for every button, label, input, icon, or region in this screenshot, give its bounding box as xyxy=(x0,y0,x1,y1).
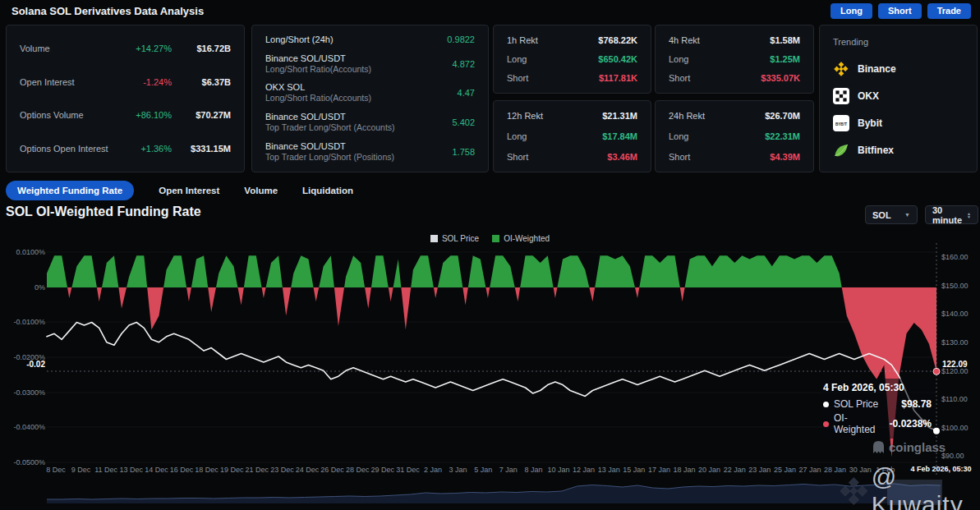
binance-icon xyxy=(833,61,849,77)
tab-volume[interactable]: Volume xyxy=(244,186,278,195)
stat-label: Volume xyxy=(20,44,50,53)
y-right-tick: $150.00 xyxy=(941,282,979,290)
ratio-row: Binance SOL/USDT Top Trader Long/Short (… xyxy=(265,141,475,163)
stat-change: +14.27% xyxy=(136,44,172,53)
tab-liquidation[interactable]: Liquidation xyxy=(302,186,353,195)
stat-label: Open Interest xyxy=(20,77,75,87)
trending-title: Trending xyxy=(833,37,964,47)
section-title: SOL OI-Weighted Funding Rate xyxy=(6,204,201,219)
tab-weighted-funding-rate[interactable]: Weighted Funding Rate xyxy=(6,181,134,200)
rekt-long-value: $22.31M xyxy=(765,131,800,141)
rekt-long-label: Long xyxy=(669,131,688,141)
stepper-arrows-icon: ▲▼ xyxy=(967,212,971,218)
ratio-sublabel: Long/Short Ratio(Accounts) xyxy=(265,64,371,75)
rekt-short-value: $4.39M xyxy=(770,152,800,162)
stat-value: $331.15M xyxy=(172,144,231,154)
rekt-title: 12h Rekt xyxy=(507,111,543,121)
stat-change: -1.24% xyxy=(143,77,172,87)
chart-legend: SOL Price OI-Weighted xyxy=(0,234,980,243)
rekt-short-label: Short xyxy=(507,73,528,83)
rekt-short-label: Short xyxy=(669,152,690,162)
trending-item-bitfinex[interactable]: Bitfinex xyxy=(833,136,964,163)
ratio-sublabel: Top Trader Long/Short (Accounts) xyxy=(265,122,395,133)
y-left-tick: -0.0300% xyxy=(0,388,45,397)
stat-row-options-volume: Options Volume +86.10% $70.27M xyxy=(20,110,231,120)
ratio-value: 4.47 xyxy=(458,88,475,98)
stat-value: $6.37B xyxy=(172,77,231,87)
trending-item-binance[interactable]: Binance xyxy=(833,55,964,82)
author-logo-icon xyxy=(840,475,868,508)
legend-sol-price[interactable]: SOL Price xyxy=(430,234,479,243)
rekt-long-value: $1.25M xyxy=(770,54,800,64)
ratio-row: Binance SOL/USDT Long/Short Ratio(Accoun… xyxy=(265,53,475,75)
header-bar: Solana SOL Derivatives Data Analysis Lon… xyxy=(0,0,980,21)
interval-select[interactable]: 30 minute ▲▼ xyxy=(925,205,978,224)
rekt-card-12h: 12h Rekt$21.31M Long$17.84M Short$3.46M xyxy=(493,100,651,172)
ratio-label: Binance SOL/USDT xyxy=(265,53,371,64)
y-right-tick: $160.00 xyxy=(941,253,979,261)
y-left-tick: 0% xyxy=(0,283,45,292)
rekt-title: 1h Rekt xyxy=(507,35,538,45)
rekt-long-label: Long xyxy=(507,131,527,141)
rekt-long-value: $17.84M xyxy=(602,131,637,141)
short-button[interactable]: Short xyxy=(878,3,922,19)
coinglass-derivatives-dashboard: Solana SOL Derivatives Data Analysis Lon… xyxy=(0,0,980,510)
trending-item-bybit[interactable]: BYB!T Bybit xyxy=(833,109,964,136)
ratio-label: Binance SOL/USDT xyxy=(265,112,395,122)
rekt-short-value: $3.46M xyxy=(607,152,637,162)
rekt-short-value: $335.07K xyxy=(761,73,800,83)
trending-item-okx[interactable]: OKX xyxy=(833,82,964,109)
coinglass-ghost-icon xyxy=(872,440,885,454)
rekt-short-value: $117.81K xyxy=(599,73,637,83)
crosshair-left-value: -0.02 xyxy=(0,360,45,369)
author-watermark: @ Kuwaity xyxy=(840,463,980,510)
stat-value: $16.72B xyxy=(172,44,231,53)
rekt-total: $26.70M xyxy=(765,111,800,121)
rekt-total: $21.31M xyxy=(602,111,637,121)
crosshair-right-value: 122.09 xyxy=(942,360,968,369)
rekt-card-4h: 4h Rekt$1.58M Long$1.25M Short$335.07K xyxy=(655,25,814,94)
symbol-select-value: SOL xyxy=(872,210,891,220)
legend-swatch xyxy=(430,235,438,242)
ratio-value: 4.872 xyxy=(452,59,475,69)
y-left-tick: -0.0100% xyxy=(0,318,45,326)
tooltip-dot-oi-weighted xyxy=(823,421,829,427)
rekt-long-label: Long xyxy=(669,54,688,64)
tab-open-interest[interactable]: Open Interest xyxy=(159,186,219,195)
rekt-short-label: Short xyxy=(507,152,528,162)
chart-tooltip: 4 Feb 2026, 05:30 SOL Price $98.78 OI-We… xyxy=(821,379,933,439)
stat-change: +86.10% xyxy=(136,110,172,120)
ratio-value: 5.402 xyxy=(452,117,475,127)
ratio-value: 1.758 xyxy=(452,147,475,157)
ratio-sublabel: Top Trader Long/Short (Positions) xyxy=(265,152,394,163)
trade-button[interactable]: Trade xyxy=(927,3,971,19)
rekt-long-value: $650.42K xyxy=(598,54,637,64)
rekt-short-label: Short xyxy=(669,73,690,83)
rekt-title: 24h Rekt xyxy=(669,111,705,121)
okx-icon xyxy=(833,88,849,104)
long-button[interactable]: Long xyxy=(830,3,872,19)
chart-tabs: Weighted Funding Rate Open Interest Volu… xyxy=(6,180,353,200)
rekt-total: $1.58M xyxy=(770,35,800,45)
rekt-long-label: Long xyxy=(507,54,527,64)
y-left-tick: 0.0100% xyxy=(0,248,45,256)
tooltip-dot-sol-price xyxy=(823,402,829,407)
ratio-row: Long/Short (24h) 0.9822 xyxy=(265,34,475,45)
stat-label: Options Volume xyxy=(20,110,84,120)
stat-row-options-open-interest: Options Open Interest +1.36% $331.15M xyxy=(20,144,231,154)
market-stats-card: Volume +14.27% $16.72B Open Interest -1.… xyxy=(6,25,245,172)
trending-item-label: Binance xyxy=(858,63,896,75)
y-right-tick: $90.00 xyxy=(941,452,979,460)
ratio-value: 0.9822 xyxy=(447,34,475,44)
y-right-tick: $140.00 xyxy=(941,310,979,318)
ratio-sublabel: Long/Short Ratio(Accounts) xyxy=(265,93,371,103)
legend-oi-weighted[interactable]: OI-Weighted xyxy=(492,234,550,243)
header-actions: Long Short Trade xyxy=(830,3,971,19)
ratio-label: Binance SOL/USDT xyxy=(265,141,394,152)
symbol-select[interactable]: SOL ▼ xyxy=(865,205,918,224)
stat-change: +1.36% xyxy=(140,144,172,154)
ratio-row: Binance SOL/USDT Top Trader Long/Short (… xyxy=(265,112,475,133)
ratio-row: OKX SOL Long/Short Ratio(Accounts) 4.47 xyxy=(265,82,475,103)
page-title: Solana SOL Derivatives Data Analysis xyxy=(12,5,204,17)
stat-value: $70.27M xyxy=(172,110,231,120)
